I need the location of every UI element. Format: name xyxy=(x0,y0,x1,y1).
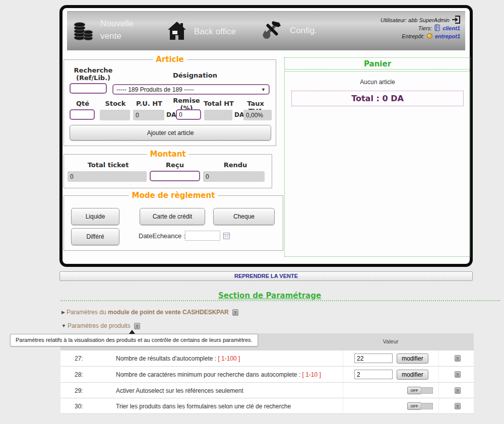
nav-back-office[interactable]: Back office xyxy=(168,21,236,43)
tiers-icon xyxy=(434,24,440,32)
param-group-module[interactable]: ▶ Paramètres du module de point de vente… xyxy=(61,309,238,316)
help-tooltip: Paramètres relatifs à la visualisation d… xyxy=(10,334,258,346)
rendu-field xyxy=(203,171,265,182)
montant-section: Montant Total ticket Reçu Rendu xyxy=(64,154,272,188)
tooltip-arrow-icon xyxy=(129,330,135,334)
currency-da-1: DA xyxy=(166,111,176,118)
cart-total: Total : 0 DA xyxy=(291,91,464,106)
entrepot-label: Entrepôt: xyxy=(402,33,424,39)
settings-divider xyxy=(60,294,500,301)
param-description: Nombre de résultats d'autocomplete : [ 1… xyxy=(113,355,343,362)
off-toggle[interactable]: OFF xyxy=(407,402,433,410)
help-icon[interactable]: ? xyxy=(134,323,140,329)
total-ticket-label: Total ticket xyxy=(69,162,147,169)
article-section: Article Recherche(Ref/Lib.) Désignation … xyxy=(64,59,276,146)
rendu-label: Rendu xyxy=(205,162,266,169)
param-value-input[interactable] xyxy=(354,354,393,363)
liquide-button[interactable]: Liquide xyxy=(71,208,119,225)
help-icon[interactable]: ? xyxy=(455,387,461,394)
recu-input[interactable] xyxy=(150,171,200,181)
help-icon[interactable]: ? xyxy=(232,309,238,316)
tools-icon xyxy=(263,21,282,41)
cart-title: Panier xyxy=(284,57,471,69)
help-icon[interactable]: ? xyxy=(455,403,461,409)
cart-body: Aucun article Total : 0 DA xyxy=(284,71,471,257)
param-group-produits-label: Paramètres de produits xyxy=(68,322,131,329)
param-value-input[interactable] xyxy=(354,370,393,379)
param-description: Trier les produits dans les formulaires … xyxy=(113,403,343,410)
coins-icon xyxy=(73,18,93,43)
remise-input[interactable] xyxy=(176,109,201,120)
header-bar: Nouvelle vente Back office xyxy=(67,11,465,50)
search-input[interactable] xyxy=(70,83,107,94)
date-echeance-label: DateEcheance : xyxy=(139,232,185,240)
search-label: Recherche(Ref/Lib.) xyxy=(68,67,118,82)
designation-label: Désignation xyxy=(119,72,271,80)
table-row: 28: Nombre de caractéres minimum pour re… xyxy=(60,367,474,383)
param-number: 30: xyxy=(60,403,113,410)
article-legend: Article xyxy=(153,55,187,64)
cart-empty-text: Aucun article xyxy=(285,79,470,86)
pos-panel: Nouvelle vente Back office xyxy=(59,5,473,267)
user-label: Utilisateur: abb SuperAdmin xyxy=(381,17,450,23)
nav-new-sale[interactable]: Nouvelle vente xyxy=(73,18,143,43)
col-stock-label: Stock xyxy=(99,100,132,108)
add-article-button[interactable]: Ajouter cet article xyxy=(70,125,271,140)
modify-button[interactable]: modifier xyxy=(397,370,428,380)
param-number: 27: xyxy=(60,355,113,362)
entrepot-icon xyxy=(426,33,433,40)
table-row: 29: Activer Autoselect sur les référence… xyxy=(60,383,474,398)
tiers-label: Tiers: xyxy=(418,25,432,31)
param-group-produits[interactable]: ▼ Paramètres de produits ? xyxy=(61,322,140,329)
designation-selected-option: ----- 189 Produits de 189 ----- xyxy=(116,86,194,93)
tiers-link[interactable]: client1 xyxy=(443,25,460,31)
toggle-slider xyxy=(421,403,433,409)
date-echeance-input[interactable] xyxy=(185,231,220,241)
reglement-section: Mode de règlement Liquide Carte de crédi… xyxy=(64,195,283,251)
expand-icon[interactable]: ▶ xyxy=(61,310,65,315)
col-pu-label: P.U. HT xyxy=(134,100,165,108)
col-qty-label: Qté xyxy=(70,100,96,108)
total-ht-field xyxy=(204,110,232,120)
param-number: 29: xyxy=(60,387,113,394)
calendar-icon[interactable] xyxy=(223,232,230,241)
modify-button[interactable]: modifier xyxy=(397,354,428,364)
taux-tva-field xyxy=(243,110,272,120)
nav-new-sale-label: Nouvelle vente xyxy=(100,18,143,42)
help-icon[interactable]: ? xyxy=(455,371,461,378)
designation-select[interactable]: ----- 189 Produits de 189 ----- ▼ xyxy=(112,84,270,95)
nav-config-label: Config. xyxy=(290,25,317,37)
off-toggle[interactable]: OFF xyxy=(407,387,433,394)
currency-da-2: DA xyxy=(234,111,244,118)
col-total-label: Total HT xyxy=(203,100,234,108)
nav-back-office-label: Back office xyxy=(194,26,236,38)
cart-panel: Panier Aucun article Total : 0 DA xyxy=(284,57,471,257)
param-number: 28: xyxy=(60,371,113,378)
entrepot-link[interactable]: entrepot1 xyxy=(435,33,460,39)
differe-button[interactable]: Différé xyxy=(71,228,119,245)
param-group-module-label: Paramètres du module de point de vente C… xyxy=(67,309,229,316)
user-info: Utilisateur: abb SuperAdmin Tiers: xyxy=(381,16,460,40)
total-ticket-field xyxy=(68,171,147,182)
recu-label: Reçu xyxy=(150,162,200,169)
pu-ht-field xyxy=(133,110,164,120)
help-icon[interactable]: ? xyxy=(455,355,461,362)
table-row: 30: Trier les produits dans les formulai… xyxy=(60,398,474,414)
table-row: 27: Nombre de résultats d'autocomplete :… xyxy=(60,350,474,367)
nav-config[interactable]: Config. xyxy=(263,21,317,41)
logout-icon[interactable] xyxy=(452,16,460,25)
stock-field xyxy=(100,110,130,120)
carte-credit-button[interactable]: Carte de crédit xyxy=(140,208,205,225)
param-description: Nombre de caractéres minimum pour recher… xyxy=(113,371,343,378)
qty-input[interactable] xyxy=(70,109,95,120)
resume-sale-button[interactable]: REPRENDRE LA VENTE xyxy=(59,271,473,281)
value-column-header: Valeur xyxy=(343,338,438,344)
reglement-legend: Mode de règlement xyxy=(129,191,218,200)
cheque-button[interactable]: Cheque xyxy=(213,208,275,225)
toggle-slider xyxy=(421,387,433,394)
montant-legend: Montant xyxy=(147,150,188,159)
select-arrow-icon: ▼ xyxy=(261,87,266,92)
home-icon xyxy=(168,21,186,43)
collapse-icon[interactable]: ▼ xyxy=(61,323,66,328)
param-description: Activer Autoselect sur les références se… xyxy=(113,387,343,394)
